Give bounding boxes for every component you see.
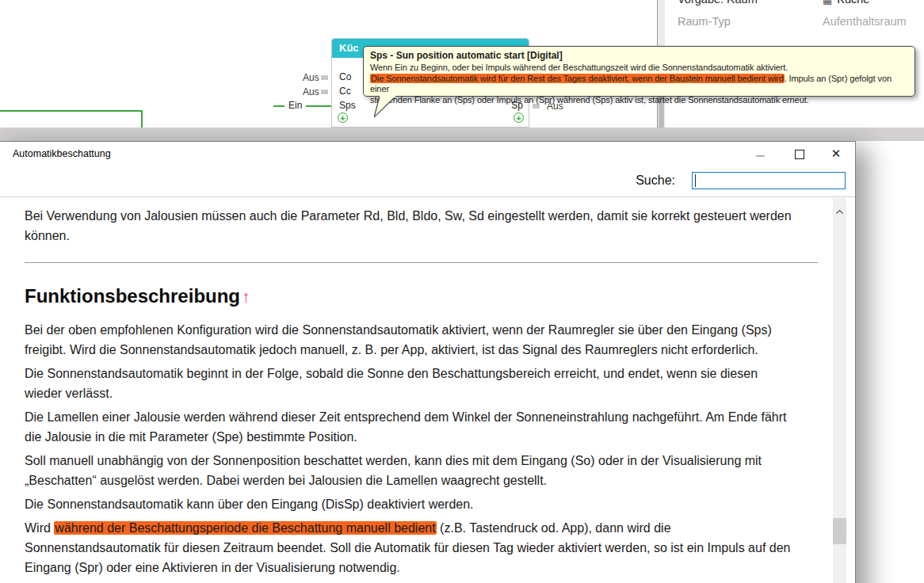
pin-help-tooltip: Sps - Sun position automatic start [Digi… (363, 46, 915, 97)
input-state-sps: Ein (284, 100, 306, 111)
pin-connector-co[interactable] (321, 75, 328, 80)
tooltip-line-3: steigenden Flanke an (Sps) oder Impuls a… (370, 95, 908, 106)
window-title: Automatikbeschattung (13, 148, 111, 159)
property-value-room[interactable]: ▦Küche (823, 0, 869, 6)
tooltip-line-2: Die Sonnenstandsautomatik wird für den R… (370, 74, 908, 95)
room-icon: ▦ (823, 0, 832, 6)
property-value-roomtype[interactable]: Aufenthaltsraum (823, 15, 907, 28)
add-output-icon[interactable] (514, 112, 524, 123)
minimize-button[interactable] (748, 142, 772, 166)
add-input-icon[interactable] (338, 112, 348, 123)
doc-paragraph-4: Soll manuell unabhängig von der Sonnenpo… (25, 451, 796, 490)
doc-paragraph-5: Die Sonnenstandsautomatik kann über den … (25, 494, 796, 514)
background-divider (0, 128, 924, 141)
input-state-co: Aus (303, 72, 319, 83)
close-button[interactable]: ✕ (824, 142, 848, 166)
input-state-cc: Aus (303, 86, 319, 97)
input-pin-co[interactable]: Co (339, 71, 351, 82)
highlighted-text: während der Beschattungsperiode die Besc… (54, 521, 436, 535)
tooltip-highlighted-text: Die Sonnenstandsautomatik wird für den R… (370, 74, 785, 83)
help-window: Automatikbeschattung ✕ Suche: Bei Verwen… (0, 141, 856, 583)
chevron-up-icon (836, 210, 843, 214)
input-pin-sps[interactable]: Sps (339, 100, 356, 111)
pin-connector-cc[interactable] (321, 90, 328, 94)
property-label-roomtype: Raum-Typ (678, 15, 731, 28)
text-caret (695, 174, 696, 187)
function-block-title: Küc (339, 42, 359, 54)
doc-divider (25, 262, 818, 263)
search-input[interactable] (692, 172, 846, 189)
minimize-icon (756, 155, 765, 157)
tooltip-title: Sps - Sun position automatic start [Digi… (370, 50, 908, 61)
property-label-room: Vorgabe: Raum (678, 0, 758, 6)
scroll-up-button[interactable] (833, 198, 846, 211)
search-label: Suche: (636, 173, 675, 188)
tooltip-line-1: Wenn Ein zu Beginn, oder bei Impuls währ… (370, 63, 908, 74)
search-bar: Suche: (0, 166, 855, 197)
input-pin-cc[interactable]: Cc (339, 86, 351, 97)
titlebar[interactable]: Automatikbeschattung ✕ (0, 142, 855, 166)
maximize-button[interactable] (788, 142, 811, 166)
doc-paragraph-3: Die Lamellen einer Jalousie werden währe… (25, 407, 796, 447)
doc-intro-paragraph: Bei Verwendung von Jalousien müssen auch… (25, 206, 796, 246)
heading-anchor-arrow[interactable]: ↑ (242, 288, 250, 306)
vertical-scrollbar[interactable] (833, 198, 846, 583)
maximize-icon (795, 150, 804, 159)
document-content: Bei Verwendung von Jalousien müssen auch… (0, 198, 855, 583)
doc-paragraph-2: Die Sonnenstandsautomatik beginnt in der… (25, 364, 796, 403)
doc-paragraph-6: Wird während der Beschattungsperiode die… (25, 518, 796, 577)
doc-paragraph-1: Bei der oben empfohlenen Konfiguration w… (25, 320, 796, 360)
tooltip-tail-icon (374, 96, 398, 120)
scrollbar-thumb[interactable] (833, 518, 846, 544)
doc-heading: Funktionsbeschreibung↑ (25, 284, 796, 309)
